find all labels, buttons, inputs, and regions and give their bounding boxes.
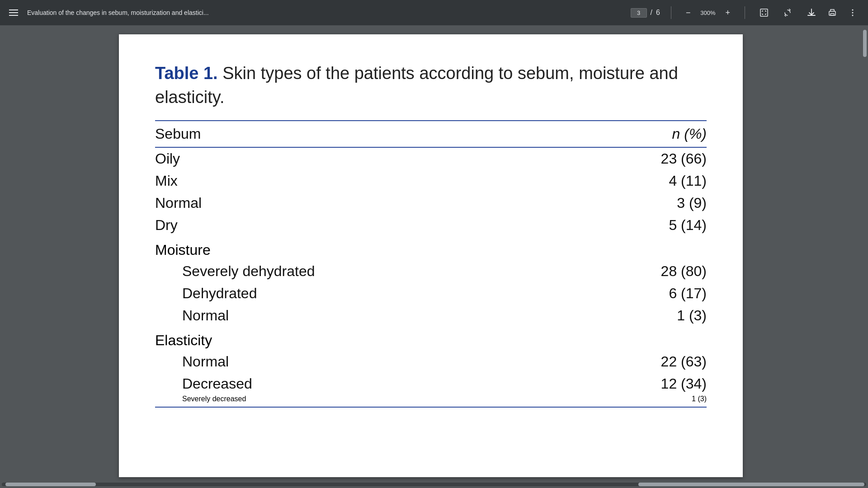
page-separator: / bbox=[651, 9, 652, 17]
row-label: Mix bbox=[155, 170, 584, 192]
svg-point-3 bbox=[852, 9, 854, 11]
col-header-n-pct: n (%) bbox=[584, 121, 707, 147]
row-value: 1 (3) bbox=[584, 395, 707, 407]
page-controls: / 6 bbox=[631, 8, 660, 18]
data-table: Sebum n (%) Oily 23 (66) Mix 4 (11) bbox=[155, 120, 707, 408]
scrollbar-thumb-right[interactable] bbox=[863, 30, 867, 57]
pdf-page: Table 1. Skin types of the patients acco… bbox=[119, 34, 743, 477]
fit-page-button[interactable] bbox=[756, 6, 772, 19]
bottom-scrollbar-thumb-right[interactable] bbox=[638, 483, 864, 486]
rotate-button[interactable] bbox=[779, 6, 796, 19]
row-label: Severely dehydrated bbox=[155, 260, 584, 282]
row-label: Normal bbox=[155, 305, 584, 327]
row-value: 4 (11) bbox=[584, 170, 707, 192]
row-value: 5 (14) bbox=[584, 214, 707, 236]
table-row: Moisture bbox=[155, 236, 707, 260]
table-row: Normal 1 (3) bbox=[155, 305, 707, 327]
section-header-label: Moisture bbox=[155, 236, 584, 260]
table-header-row: Sebum n (%) bbox=[155, 121, 707, 147]
bottom-scrollbar-thumb-left[interactable] bbox=[5, 483, 96, 486]
zoom-in-button[interactable]: + bbox=[722, 6, 734, 19]
row-label: Decreased bbox=[155, 373, 584, 395]
zoom-controls: − 300% + bbox=[682, 6, 734, 19]
table-row: Elasticity bbox=[155, 327, 707, 351]
total-pages: 6 bbox=[656, 9, 660, 17]
row-label: Dehydrated bbox=[155, 282, 584, 305]
row-value: 6 (17) bbox=[584, 282, 707, 305]
row-value: 23 (66) bbox=[584, 147, 707, 170]
toolbar-actions bbox=[803, 6, 861, 19]
download-button[interactable] bbox=[803, 6, 820, 19]
menu-icon[interactable] bbox=[7, 8, 20, 18]
more-options-button[interactable] bbox=[844, 6, 861, 19]
bottom-bar bbox=[0, 481, 868, 488]
svg-rect-2 bbox=[830, 14, 834, 15]
document-title: Evaluation of the changes in sebum, mois… bbox=[27, 9, 623, 16]
section-header-label: Elasticity bbox=[155, 327, 584, 351]
table-row: Oily 23 (66) bbox=[155, 147, 707, 170]
current-page-input[interactable] bbox=[631, 8, 647, 18]
row-label: Oily bbox=[155, 147, 584, 170]
table-row: Dehydrated 6 (17) bbox=[155, 282, 707, 305]
table-title-rest: Skin types of the patients according to … bbox=[155, 64, 678, 107]
zoom-out-button[interactable]: − bbox=[682, 6, 694, 19]
bottom-scrollbar-track[interactable] bbox=[2, 483, 866, 486]
table-row: Normal 3 (9) bbox=[155, 192, 707, 214]
table-row: Decreased 12 (34) bbox=[155, 373, 707, 395]
toolbar: Evaluation of the changes in sebum, mois… bbox=[0, 0, 868, 25]
row-value: 12 (34) bbox=[584, 373, 707, 395]
col-header-pct: (%) bbox=[684, 126, 707, 142]
row-label: Normal bbox=[155, 192, 584, 214]
col-header-n: n bbox=[672, 126, 680, 142]
svg-point-5 bbox=[852, 15, 854, 16]
row-value: 22 (63) bbox=[584, 351, 707, 373]
separator-2 bbox=[745, 6, 745, 19]
main-area: Table 1. Skin types of the patients acco… bbox=[0, 25, 868, 481]
rotate-icon bbox=[783, 8, 792, 17]
table-row: Dry 5 (14) bbox=[155, 214, 707, 236]
table-title: Table 1. Skin types of the patients acco… bbox=[155, 61, 707, 109]
row-label: Normal bbox=[155, 351, 584, 373]
table-row: Severely dehydrated 28 (80) bbox=[155, 260, 707, 282]
section-header-value bbox=[584, 327, 707, 351]
section-header-value bbox=[584, 236, 707, 260]
fit-page-icon bbox=[760, 8, 769, 17]
pdf-viewer[interactable]: Table 1. Skin types of the patients acco… bbox=[0, 25, 862, 481]
scrollbar-right[interactable] bbox=[862, 25, 868, 481]
print-icon bbox=[827, 8, 837, 18]
svg-point-4 bbox=[852, 12, 854, 14]
svg-rect-0 bbox=[760, 9, 768, 16]
row-value: 3 (9) bbox=[584, 192, 707, 214]
print-button[interactable] bbox=[824, 6, 841, 19]
row-label: Severely decreased bbox=[155, 395, 584, 407]
download-icon bbox=[807, 8, 816, 18]
separator-1 bbox=[671, 6, 671, 19]
zoom-level: 300% bbox=[698, 9, 718, 16]
table-row: Severely decreased 1 (3) bbox=[155, 395, 707, 407]
more-options-icon bbox=[848, 8, 857, 17]
col-header-category: Sebum bbox=[155, 121, 584, 147]
row-value: 1 (3) bbox=[584, 305, 707, 327]
table-title-bold: Table 1. bbox=[155, 64, 218, 83]
row-value: 28 (80) bbox=[584, 260, 707, 282]
table-row: Normal 22 (63) bbox=[155, 351, 707, 373]
row-label: Dry bbox=[155, 214, 584, 236]
table-row: Mix 4 (11) bbox=[155, 170, 707, 192]
